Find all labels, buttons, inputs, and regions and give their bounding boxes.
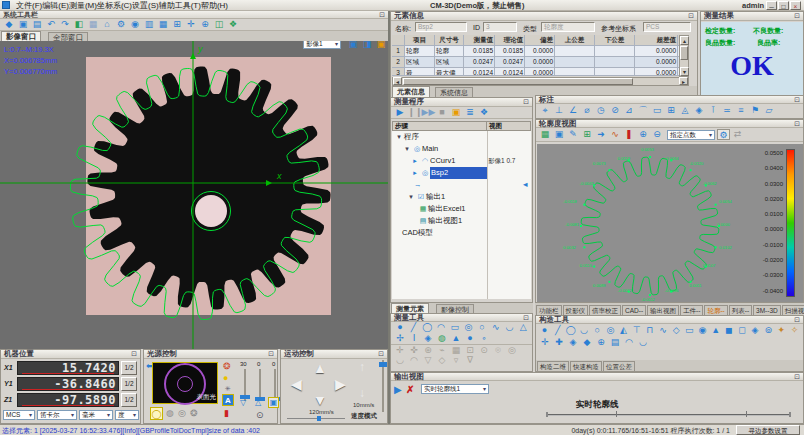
scroll-down-icon[interactable]: ▾ [680,67,689,76]
dot-icon[interactable]: ∘ [478,333,491,344]
arc2-icon[interactable]: ◡ [503,322,516,333]
auto-light-button[interactable]: A [222,394,234,406]
menu-help[interactable]: 帮助(H) [201,0,228,11]
settings-icon[interactable]: ⚙ [115,19,128,30]
pause-icon[interactable]: ❙❙ [408,107,421,118]
focus-icon[interactable]: ⌾ [492,345,505,356]
pointer-icon[interactable]: ◆ [3,19,16,30]
zoom-in-icon[interactable]: ⊕ [637,129,650,140]
tab-system-info[interactable]: 系统信息 [435,87,473,97]
arc-icon[interactable]: ◠ [435,322,448,333]
float-icon[interactable]: ⊡ [268,350,274,358]
menu-edit[interactable]: 编辑(E) [42,0,69,11]
gem2-icon[interactable]: ◈ [567,337,580,348]
tree-item-output1[interactable]: ▾☑输出1 [392,191,531,203]
light-preview[interactable]: 表面光 [152,362,218,404]
arc-icon[interactable]: ◡ [578,325,590,336]
sphere-icon[interactable]: ◉ [696,325,708,336]
tab-magnification[interactable]: 倍率校正 [589,305,621,315]
step-icon[interactable]: ▶▶ [422,107,435,118]
tree-item-main[interactable]: ▾◎Main [392,143,531,155]
curve-icon[interactable]: ∿ [657,325,669,336]
tab-3d[interactable]: 3M--3D [753,305,781,315]
circle-icon[interactable]: ◯ [421,322,434,333]
gem-icon[interactable]: ◈ [422,333,435,344]
arcup-icon[interactable]: ◠ [408,355,421,366]
rect-icon[interactable]: ▭ [448,322,461,333]
gem-icon[interactable]: ◈ [749,325,761,336]
tree-item-ccurv1[interactable]: ▸◠CCurv1影像1 0.7 [392,155,531,167]
ring-light-4-icon[interactable]: ❂ [190,408,198,418]
flag-icon[interactable]: ◫ [213,19,226,30]
cross2-icon[interactable]: ✜ [408,345,421,356]
scroll-left-icon[interactable]: ◂ [393,77,402,85]
nabla-icon[interactable]: ∇ [464,355,477,366]
jog-down-button[interactable]: ▼ [313,392,327,408]
arc-down-icon[interactable]: ◡ [637,337,650,348]
target-icon[interactable]: ⊚ [762,325,774,336]
circle-icon[interactable]: ◯ [565,325,577,336]
float-icon[interactable]: ⊡ [688,12,694,20]
camera-icon[interactable]: ◉ [129,19,142,30]
tab-image-control[interactable]: 影像控制 [436,304,474,313]
ring-light-2-icon[interactable]: ◍ [166,408,174,418]
table-row[interactable]: 2区域区域0.02470.02470.00000.0000 [392,57,679,68]
crosshair-icon[interactable]: ✛ [185,19,198,30]
sphere-icon[interactable]: ◍ [436,333,449,344]
straightness-icon[interactable]: ⊺ [707,105,720,116]
jog-up-button[interactable]: ▲ [313,360,327,376]
tab-workpiece[interactable]: 工件-- [680,305,703,315]
minimize-button[interactable]: ─ [766,1,777,10]
combo-coordsys[interactable]: MCS▾ [3,410,35,420]
split-view-icon[interactable]: ◧ [73,19,86,30]
flag-icon[interactable]: ⚑ [749,105,762,116]
list-icon[interactable]: ≣ [464,107,477,118]
triangle-icon[interactable]: ▲ [710,325,722,336]
grid-icon[interactable]: ⊞ [581,129,594,140]
col-nominal[interactable]: 理论值 [495,35,525,45]
tab-position-tolerance[interactable]: 位置公差 [603,361,635,371]
table-row[interactable]: 1轮廓轮廓0.01850.01850.00000.0000 [392,46,679,57]
boxdot-icon[interactable]: ⊡ [464,345,477,356]
tri-icon[interactable]: ▽ [422,355,435,366]
ref-coordsys-field[interactable]: PCS [643,22,691,32]
star-icon[interactable]: ✳ [225,385,231,393]
menu-coordsys[interactable]: 坐标系(C) [97,0,132,11]
save-icon[interactable]: ▤ [31,19,44,30]
tab-element-info[interactable]: 元素信息 [392,86,430,97]
v-icon[interactable]: ▿ [450,355,463,366]
jog-left-button[interactable]: ◀ [291,376,302,392]
lamp-1-icon[interactable]: ▽ [240,398,246,407]
tab-projector[interactable]: 投影仪 [563,305,589,315]
float-icon[interactable]: ⊡ [378,350,384,358]
speed-slider[interactable] [379,360,387,412]
diamond2-icon[interactable]: ◆ [581,337,594,348]
tab-scan-view[interactable]: 扫描视图 [782,305,804,315]
symmetry-icon[interactable]: ⊞ [665,105,678,116]
cube-icon[interactable]: ◻ [736,325,748,336]
slope-icon[interactable]: ▱ [763,105,776,116]
solid-icon[interactable]: ◼ [723,325,735,336]
equal-icon[interactable]: ≡ [735,105,748,116]
tab-cad[interactable]: CAD-- [622,305,646,315]
options-icon[interactable]: ❖ [478,107,491,118]
redo-icon[interactable]: ↷ [59,19,72,30]
realtime-profile-combo[interactable]: 实时轮廓线1▾ [421,384,489,394]
tag-icon[interactable]: ✦ [775,325,787,336]
table-vscrollbar[interactable]: ▴ ▾ [679,35,689,77]
col-out-tol[interactable]: 超差值 [635,35,678,45]
tab-output-view[interactable]: 输出视图 [647,305,679,315]
color-wheel-icon[interactable]: ❂ [223,361,231,371]
col-upper-tol[interactable]: 上公差 [555,35,595,45]
tree-insert-marker[interactable]: →◄ [392,179,531,191]
axis-x-half-button[interactable]: 1/2 [121,361,137,375]
tab-list[interactable]: 列表-- [729,305,752,315]
table-icon[interactable]: ▦ [157,19,170,30]
float-icon[interactable]: ⊡ [379,11,385,19]
arcdn-icon[interactable]: ◡ [394,355,407,366]
float-icon[interactable]: ⊡ [794,120,800,128]
lamp-on-icon[interactable]: ● [223,373,228,383]
tab-construct-2d[interactable]: 构造二维 [537,361,569,371]
point-icon[interactable]: ● [539,325,551,336]
col-step[interactable]: 步骤 [393,122,487,130]
